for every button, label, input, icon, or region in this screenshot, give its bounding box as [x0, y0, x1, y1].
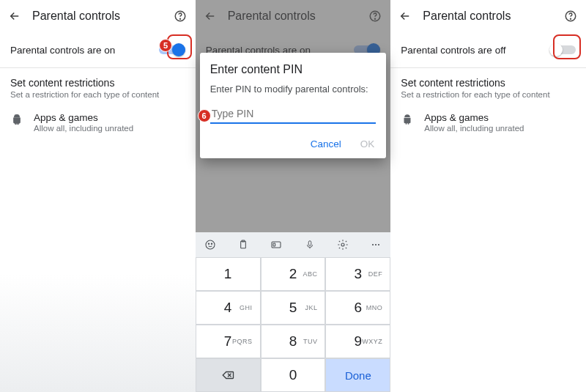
svg-point-15 — [378, 244, 379, 245]
keyboard-toolbar — [196, 232, 391, 257]
pin-input[interactable] — [210, 105, 377, 124]
svg-point-14 — [375, 244, 377, 245]
svg-rect-11 — [308, 241, 311, 245]
ok-button[interactable]: OK — [359, 136, 377, 152]
key-8[interactable]: 8TUV — [261, 325, 326, 358]
back-icon[interactable] — [7, 9, 22, 23]
help-icon[interactable] — [172, 8, 188, 24]
item-title: Apps & games — [34, 112, 133, 123]
screen-parental-on: Parental controls Parental controls are … — [0, 0, 196, 392]
svg-point-13 — [372, 244, 374, 245]
settings-icon[interactable] — [335, 237, 350, 252]
step-badge-6: 6 — [198, 109, 211, 122]
key-1[interactable]: 1 — [196, 257, 261, 291]
key-backspace[interactable] — [196, 358, 261, 392]
key-6[interactable]: 6MNO — [325, 291, 390, 325]
cancel-button[interactable]: Cancel — [309, 136, 343, 152]
help-icon[interactable] — [563, 8, 579, 24]
section-subtitle: Set a restriction for each type of conte… — [401, 90, 576, 99]
keypad: 1 2ABC 3DEF 4GHI 5JKL 6MNO 7PQRS 8TUV 9W… — [196, 257, 391, 392]
key-5[interactable]: 5JKL — [261, 291, 326, 325]
back-icon[interactable] — [398, 9, 412, 23]
dialog-message: Enter PIN to modify parental controls: — [210, 84, 377, 95]
svg-point-4 — [206, 240, 215, 249]
svg-point-1 — [179, 18, 180, 19]
key-done[interactable]: Done — [325, 358, 390, 392]
dialog-actions: Cancel OK — [210, 136, 377, 152]
svg-rect-10 — [273, 243, 275, 246]
key-2[interactable]: 2ABC — [261, 257, 326, 291]
item-subtitle: Allow all, including unrated — [34, 124, 133, 133]
header: Parental controls — [0, 0, 196, 32]
apps-games-item[interactable]: Apps & games Allow all, including unrate… — [390, 102, 586, 143]
svg-point-12 — [341, 243, 344, 246]
pin-dialog: Enter content PIN Enter PIN to modify pa… — [200, 53, 387, 158]
svg-point-6 — [211, 243, 212, 244]
item-title: Apps & games — [424, 112, 524, 123]
key-9[interactable]: 9WXYZ — [325, 325, 390, 358]
section-restrictions: Set content restrictions Set a restricti… — [0, 68, 196, 102]
page-title: Parental controls — [423, 10, 563, 23]
step-badge-5: 5 — [159, 39, 172, 52]
gif-icon[interactable] — [269, 237, 283, 252]
screen-parental-off: Parental controls Parental controls are … — [390, 0, 586, 392]
section-restrictions: Set content restrictions Set a restricti… — [390, 68, 586, 102]
section-subtitle: Set a restriction for each type of conte… — [10, 90, 185, 99]
svg-point-17 — [571, 18, 571, 19]
mic-icon[interactable] — [303, 237, 317, 252]
callout-toggle — [553, 34, 581, 59]
dialog-title: Enter content PIN — [210, 63, 377, 76]
section-title: Set content restrictions — [10, 77, 185, 89]
screen-enter-pin: Parental controls Parental controls are … — [196, 0, 391, 392]
emoji-icon[interactable] — [203, 237, 218, 252]
soft-keyboard: 1 2ABC 3DEF 4GHI 5JKL 6MNO 7PQRS 8TUV 9W… — [196, 232, 391, 392]
item-text: Apps & games Allow all, including unrate… — [34, 112, 133, 133]
android-icon — [401, 113, 414, 126]
key-3[interactable]: 3DEF — [325, 257, 390, 291]
item-text: Apps & games Allow all, including unrate… — [424, 112, 524, 133]
svg-point-5 — [208, 243, 209, 244]
header: Parental controls — [390, 0, 586, 32]
clipboard-icon[interactable] — [236, 237, 251, 252]
section-title: Set content restrictions — [401, 77, 576, 89]
key-7[interactable]: 7PQRS — [196, 325, 261, 358]
android-icon — [10, 113, 23, 126]
apps-games-item[interactable]: Apps & games Allow all, including unrate… — [0, 102, 196, 143]
svg-rect-7 — [241, 241, 246, 248]
toggle-label: Parental controls are on — [10, 45, 159, 56]
toggle-label: Parental controls are off — [401, 45, 549, 56]
key-4[interactable]: 4GHI — [196, 291, 261, 325]
item-subtitle: Allow all, including unrated — [424, 124, 524, 133]
key-0[interactable]: 0 — [261, 358, 326, 392]
page-title: Parental controls — [32, 10, 172, 23]
more-icon[interactable] — [368, 237, 383, 252]
